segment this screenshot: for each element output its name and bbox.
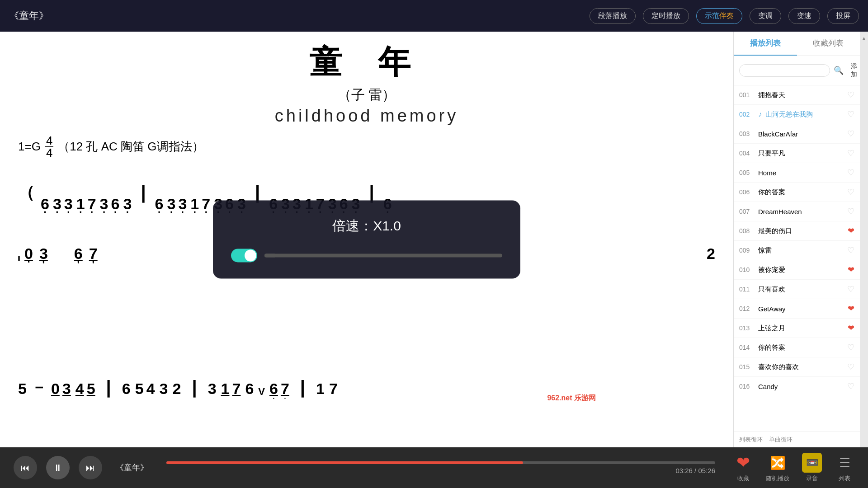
playlist-heart[interactable]: ❤ [848, 226, 854, 236]
scroll-up-arrow[interactable]: ▲ [861, 35, 867, 42]
playlist-heart[interactable]: ♡ [847, 129, 854, 139]
speed-toggle[interactable] [231, 249, 257, 263]
playlist-song-name: GetAway [758, 305, 845, 313]
playlist-heart[interactable]: ❤ [848, 265, 854, 275]
playlist-item[interactable]: 003 BlackCarAfar ♡ [734, 124, 860, 144]
playlist-num: 004 [739, 150, 755, 157]
playlist-num: 006 [739, 188, 755, 196]
note: 4 [75, 380, 84, 398]
time-total: 05:26 [698, 467, 715, 474]
playlist-heart[interactable]: ♡ [847, 148, 854, 158]
playlist-heart[interactable]: ♡ [847, 187, 854, 197]
note: － [31, 377, 47, 398]
playlist-heart[interactable]: ♡ [847, 90, 854, 100]
playlist-num: 009 [739, 247, 755, 254]
playlist-item[interactable]: 002 ♪ 山河无恙在我胸 ♡ [734, 105, 860, 124]
speed-btn[interactable]: 变速 [788, 8, 820, 24]
speed-track[interactable] [264, 254, 502, 258]
playlist-heart[interactable]: ❤ [848, 323, 854, 333]
loop-label: 列表循环 [739, 436, 763, 444]
score-area: 童 年 （子 雷） childhood memory 1=G 4 4 （12 孔… [0, 32, 733, 447]
playlist-item[interactable]: 006 你的答案 ♡ [734, 183, 860, 202]
playlist-heart[interactable]: ♡ [847, 362, 854, 372]
playlist-heart[interactable]: ♡ [847, 284, 854, 294]
add-btn[interactable]: 添加 [847, 61, 861, 80]
search-input[interactable] [739, 64, 830, 77]
list-label: 列表 [839, 474, 850, 483]
playlist-item[interactable]: 008 最美的伤口 ❤ [734, 221, 860, 241]
playlist-heart[interactable]: ♡ [847, 109, 854, 119]
song-title-cn: 童 年 [18, 41, 715, 84]
progress-bar-fill [166, 461, 523, 464]
collect-label: 收藏 [737, 474, 749, 483]
playlist-item[interactable]: 015 喜欢你的喜欢 ♡ [734, 357, 860, 377]
playlist: 001 拥抱春天 ♡ 002 ♪ 山河无恙在我胸 ♡ 003 BlackCarA… [734, 85, 860, 432]
playlist-num: 010 [739, 266, 755, 273]
bar-line: | [192, 377, 197, 398]
playlist-heart[interactable]: ♡ [847, 206, 854, 216]
note: 0 [51, 380, 60, 398]
key-info: 1=G 4 4 （12 孔 AC 陶笛 G调指法） [18, 135, 715, 159]
now-playing-icon: ♪ [758, 110, 762, 118]
search-icon[interactable]: 🔍 [834, 66, 844, 75]
playlist-item[interactable]: 016 Candy ♡ [734, 377, 860, 396]
speed-slider-row [231, 249, 502, 263]
playlist-heart[interactable]: ♡ [847, 343, 854, 352]
timer-play-btn[interactable]: 定时播放 [643, 8, 689, 24]
prev-btn[interactable]: ⏮ [14, 456, 37, 479]
playlist-song-name: BlackCarAfar [758, 130, 844, 138]
transpose-btn[interactable]: 变调 [750, 8, 781, 24]
panel-search-row: 🔍 添加 清空 [734, 56, 860, 85]
playlist-song-name: 拥抱春天 [758, 91, 844, 99]
record-action[interactable]: 📼 录音 [802, 453, 822, 483]
playlist-item[interactable]: 009 惊雷 ♡ [734, 241, 860, 260]
bar-line: | [106, 377, 111, 398]
list-action[interactable]: ☰ 列表 [835, 453, 854, 483]
playlist-song-name: 你的答案 [758, 188, 844, 197]
main-area: 童 年 （子 雷） childhood memory 1=G 4 4 （12 孔… [0, 32, 868, 447]
paragraph-play-btn[interactable]: 段落播放 [590, 8, 636, 24]
bar-line: | [141, 183, 146, 203]
playlist-item[interactable]: 005 Home ♡ [734, 163, 860, 183]
cast-btn[interactable]: 投屏 [827, 8, 859, 24]
key-label: 1=G [18, 140, 41, 154]
playlist-item[interactable]: 001 拥抱春天 ♡ [734, 85, 860, 105]
list-icon: ☰ [835, 453, 854, 473]
random-action[interactable]: 🔀 随机播放 [766, 453, 789, 483]
playlist-item[interactable]: 011 只有喜欢 ♡ [734, 280, 860, 299]
note: 1 [190, 195, 199, 213]
playlist-item[interactable]: 007 DreamHeaven ♡ [734, 202, 860, 221]
playlist-heart[interactable]: ♡ [847, 168, 854, 178]
playlist-item[interactable]: 012 GetAway ❤ [734, 299, 860, 319]
playlist-num: 013 [739, 324, 755, 332]
playlist-heart[interactable]: ♡ [847, 381, 854, 391]
next-btn[interactable]: ⏭ [79, 456, 102, 479]
panel-footer: 列表循环 单曲循环 [734, 432, 860, 447]
playlist-song-name: 你的答案 [758, 343, 844, 352]
progress-bar-bg[interactable] [166, 461, 715, 464]
instrument-label: （12 孔 AC 陶笛 G调指法） [58, 139, 203, 155]
demo-accomp-btn[interactable]: 示范伴奏 [696, 8, 742, 24]
tab-playlist[interactable]: 播放列表 [734, 32, 797, 56]
single-loop-label: 单曲循环 [769, 436, 793, 444]
playlist-item[interactable]: 010 被你宠爱 ❤ [734, 260, 860, 280]
panel-tabs: 播放列表 收藏列表 [734, 32, 860, 56]
playlist-item[interactable]: 004 只要平凡 ♡ [734, 144, 860, 163]
note: 1 [316, 380, 325, 398]
pause-btn[interactable]: ⏸ [46, 456, 70, 479]
note: 6 · [74, 245, 83, 263]
note: 7 [202, 195, 210, 213]
song-subtitle: （子 雷） [18, 86, 715, 104]
playlist-heart[interactable]: ❤ [848, 304, 854, 314]
playlist-item[interactable]: 014 你的答案 ♡ [734, 338, 860, 357]
note: 6 [245, 380, 254, 398]
playlist-num: 007 [739, 208, 755, 215]
collect-action[interactable]: ❤ 收藏 [733, 453, 753, 483]
note: 3 · [39, 245, 48, 263]
note: 7 · [89, 245, 98, 263]
playlist-heart[interactable]: ♡ [847, 245, 854, 255]
now-playing: 《童年》 [116, 462, 148, 473]
playlist-item[interactable]: 013 上弦之月 ❤ [734, 319, 860, 338]
playlist-song-name: 山河无恙在我胸 [765, 110, 844, 119]
tab-favorites[interactable]: 收藏列表 [797, 32, 860, 56]
